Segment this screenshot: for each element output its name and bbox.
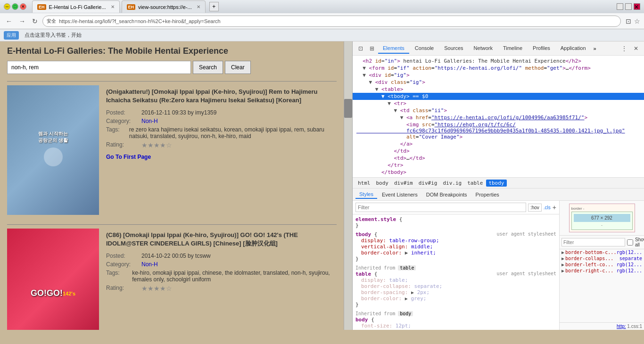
prop-val-3: rgb(12... [617, 268, 642, 273]
css-rules: element.style { } tbody user agent style… [353, 214, 559, 330]
styles-left: :hov .cls + element.style { } [353, 201, 559, 330]
import-bookmark[interactable]: 点击这里导入书签，开始 [23, 31, 83, 40]
styles-filter-input[interactable] [355, 203, 526, 212]
stars-2: ★★★★☆ [141, 285, 172, 292]
breadcrumb-tbody[interactable]: tbody [486, 180, 506, 187]
hov-btn[interactable]: :hov [528, 204, 542, 212]
gallery-title-2[interactable]: (C86) [Omokaji Ippai Ippai (Ke-hiro, Syu… [106, 231, 337, 248]
breadcrumb-divim[interactable]: div#im [392, 180, 415, 187]
breadcrumb-divig[interactable]: div.ig [441, 180, 464, 187]
category-value-1[interactable]: Non-H [141, 118, 158, 124]
tab-close-2[interactable]: ✕ [197, 4, 200, 9]
category-value-2[interactable]: Non-H [141, 261, 158, 268]
back-button[interactable]: ← [4, 16, 14, 26]
minimize-window-btn[interactable] [617, 3, 623, 10]
bookmark-star-icon[interactable]: ☆ [634, 17, 640, 25]
dom-line-3[interactable]: ▼ <div class="ig"> [353, 79, 644, 86]
tab-properties[interactable]: Properties [472, 191, 503, 198]
clear-button[interactable]: Clear [225, 61, 251, 74]
tab-viewsource[interactable]: EH view-source:https://e-... ✕ [122, 0, 206, 13]
close-window-btn[interactable]: ✕ [634, 3, 640, 10]
styles-panel: :hov .cls + element.style { } [353, 201, 644, 330]
breadcrumb-divid[interactable]: div#ig [416, 180, 440, 187]
gallery-thumb-2[interactable]: GO!GO! 142's [7, 229, 99, 330]
device-mode-btn[interactable]: ⊞ [367, 43, 377, 54]
show-all-checkbox[interactable] [627, 239, 633, 246]
breadcrumb-html[interactable]: html [355, 180, 373, 187]
tab-sources[interactable]: Sources [439, 43, 468, 54]
tab-event-listeners[interactable]: Event Listeners [378, 191, 421, 198]
new-tab-btn[interactable]: + [209, 2, 219, 11]
status-link[interactable]: http: [617, 324, 626, 329]
tags-label-2: Tags: [106, 270, 132, 283]
css-source-tbody: user agent stylesheet [497, 231, 556, 237]
inspect-element-btn[interactable]: ⊡ [355, 43, 366, 54]
css-selector-tbody: tbody [355, 231, 371, 238]
dom-line-8[interactable]: ▼ <a href="https://e-hentai.org/lofi/g/1… [353, 114, 644, 121]
close-btn[interactable]: ✕ [20, 3, 26, 10]
go-first-page-1[interactable]: Go To First Page [106, 154, 337, 160]
maximize-btn[interactable]: □ [12, 3, 18, 10]
tab-network[interactable]: Network [469, 43, 497, 54]
search-bar: Search Clear [7, 61, 337, 74]
dom-line-2[interactable]: ▼ <div id="ig"> [353, 72, 644, 79]
page-title: E-Hentai Lo-Fi Galleries: The Mobile Hen… [7, 46, 337, 56]
devtools-panel: ⊡ ⊞ Elements Console Sources Network Tim… [353, 41, 644, 330]
dom-line-9[interactable]: <img src="https://ehgt.org/t/fc/6c/ fc6c… [353, 121, 644, 140]
address-text[interactable]: https://e-hentai.org/lofi/?f_search=non-… [59, 18, 221, 24]
tab-profiles[interactable]: Profiles [528, 43, 555, 54]
dom-line-0[interactable]: <h2 id="in"> hentai Lo-Fi Galleries: The… [353, 57, 644, 65]
tab-console[interactable]: Console [410, 43, 438, 54]
search-button[interactable]: Search [193, 61, 223, 74]
prop-row-0: ▶ border-bottom-c... rgb(12... [560, 249, 644, 255]
cls-btn[interactable]: .cls [544, 205, 551, 210]
tab-dom-breakpoints[interactable]: DOM Breakpoints [422, 191, 471, 198]
tab-close-1[interactable]: ✕ [111, 4, 115, 9]
tab-elements[interactable]: Elements [378, 43, 409, 54]
box-middle: 677 × 292 - [571, 212, 633, 230]
reload-button[interactable]: ↻ [30, 16, 40, 26]
breadcrumb-body[interactable]: body [374, 180, 391, 187]
dom-line-13[interactable]: </tr> [353, 162, 644, 169]
inherited-tag-table: table [398, 265, 416, 270]
devtools-close-btn[interactable]: ✕ [631, 43, 641, 54]
tab-timeline[interactable]: Timeline [498, 43, 527, 54]
box-dash: - [574, 223, 630, 228]
apps-bookmark[interactable]: 应用 [4, 31, 19, 40]
search-input[interactable] [7, 61, 191, 74]
category-label-2: Category: [106, 261, 141, 268]
devtools-toolbar: ⊡ ⊞ Elements Console Sources Network Tim… [353, 41, 644, 56]
cast-icon[interactable]: ⊡ [626, 17, 631, 25]
dom-line-7[interactable]: ▼ <td class="ii"> [353, 107, 644, 114]
devtools-menu-btn[interactable]: ⋮ [619, 43, 629, 54]
forward-button[interactable]: → [17, 16, 27, 26]
dom-line-12[interactable]: <td>…</td> [353, 155, 644, 162]
breadcrumb-table[interactable]: table [465, 180, 485, 187]
dom-line-4[interactable]: ▼ <table> [353, 86, 644, 93]
dom-line-1[interactable]: ▼ <form id="if" action="https://e-hentai… [353, 65, 644, 72]
more-tabs-btn[interactable]: » [594, 46, 596, 51]
address-bar: ← → ↻ 安全 https://e-hentai.org/lofi/?f_se… [0, 13, 644, 29]
gallery-title-1[interactable]: (Onigakatteru!) [Omokaji Ippai Ippai (Ke… [106, 88, 337, 105]
dom-line-6[interactable]: ▼ <tr> [353, 100, 644, 107]
category-row-2: Category: Non-H [106, 261, 337, 268]
computed-filter-input[interactable] [561, 238, 625, 246]
dom-tree[interactable]: <h2 id="in"> hentai Lo-Fi Galleries: The… [353, 56, 644, 177]
tab-ehentai[interactable]: EH E-Hentai Lo-Fi Gallerie... ✕ [32, 0, 120, 13]
tab-application[interactable]: Application [556, 43, 591, 54]
scrollbar[interactable] [344, 41, 353, 330]
dom-line-5[interactable]: ▼ <tbody> == $0 [353, 93, 644, 100]
posted-row-2: Posted: 2014-10-22 00:05 by tcsww [106, 253, 337, 259]
rating-row-2: Rating: ★★★★☆ [106, 285, 337, 292]
dom-line-14[interactable]: </tbody> [353, 169, 644, 176]
prop-val-0: rgb(12... [617, 250, 642, 255]
add-style-btn[interactable]: + [553, 204, 556, 211]
prop-name-0: border-bottom-c... [565, 250, 617, 255]
restore-window-btn[interactable] [625, 3, 632, 10]
dom-line-10[interactable]: </a> [353, 140, 644, 147]
gallery-item-1: 렘과 시작하는공랑군의 생활 (Onigakatteru!) [Omokaji … [7, 85, 337, 215]
tab-styles[interactable]: Styles [355, 190, 377, 199]
minimize-btn[interactable]: ─ [4, 3, 10, 10]
dom-line-11[interactable]: </td> [353, 147, 644, 155]
gallery-thumb-1[interactable]: 렘과 시작하는공랑군의 생활 [7, 85, 99, 215]
